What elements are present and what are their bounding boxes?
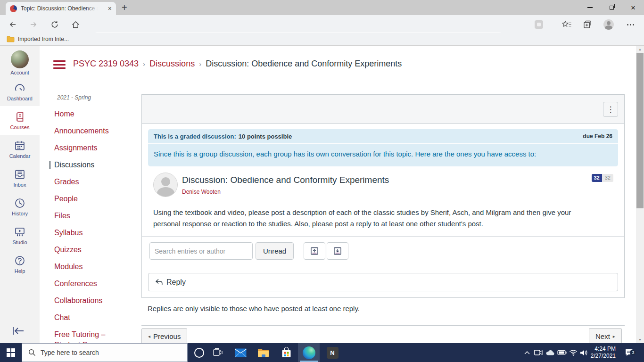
breadcrumb-separator-icon: ›: [199, 60, 201, 68]
previous-button[interactable]: ◂ Previous: [141, 328, 187, 343]
taskbar-clock[interactable]: 4:24 PM 2/27/2021: [586, 343, 616, 362]
sidebar-item-help[interactable]: Help: [0, 250, 40, 279]
course-nav-modules[interactable]: Modules: [54, 263, 139, 271]
file-explorer-button[interactable]: [252, 343, 274, 362]
scrollbar-thumb[interactable]: [636, 53, 644, 208]
course-nav-people[interactable]: People: [54, 195, 139, 203]
course-term: 2021 - Spring: [57, 94, 91, 101]
home-button[interactable]: [69, 18, 82, 31]
sidebar-item-history[interactable]: History: [0, 192, 40, 221]
expand-replies-button[interactable]: [327, 242, 348, 260]
course-nav-home[interactable]: Home: [54, 110, 139, 118]
bookmarks-bar: Imported from Inte...: [0, 33, 644, 46]
close-button[interactable]: ×: [622, 0, 644, 15]
total-count-badge: 32: [602, 174, 613, 182]
sidebar-item-inbox[interactable]: Inbox: [0, 164, 40, 192]
course-nav-free-tutoring[interactable]: Free Tutoring – Student Success: [54, 331, 139, 343]
battery-button[interactable]: [556, 343, 568, 362]
reply-icon: [155, 278, 163, 286]
battery-icon: [557, 350, 567, 355]
back-button[interactable]: [7, 18, 19, 31]
wifi-button[interactable]: [568, 343, 579, 362]
due-date: due Feb 26: [583, 133, 612, 140]
start-button[interactable]: [0, 343, 22, 362]
discussion-options-button[interactable]: ⋮: [603, 102, 618, 117]
refresh-button[interactable]: [49, 18, 61, 31]
minimize-button[interactable]: [579, 0, 601, 15]
breadcrumb-separator-icon: ›: [143, 60, 145, 68]
scroll-up-icon[interactable]: ▲: [636, 46, 644, 53]
collections-icon: [583, 20, 592, 29]
points-possible: 10 points possible: [239, 133, 292, 140]
forward-button[interactable]: [27, 18, 40, 31]
menu-button[interactable]: [624, 18, 636, 31]
collapse-nav-button[interactable]: [10, 325, 26, 337]
notepad-app-button[interactable]: N: [322, 343, 343, 362]
favorites-button[interactable]: [561, 18, 573, 31]
course-nav-quizzes[interactable]: Quizzes: [54, 246, 139, 254]
calendar-icon: [14, 140, 26, 152]
breadcrumb-course-link[interactable]: PSYC 2319 0343: [73, 59, 139, 69]
studio-icon: [14, 226, 26, 238]
restore-button[interactable]: [601, 0, 622, 15]
sidebar-item-dashboard[interactable]: Dashboard: [0, 77, 40, 106]
breadcrumb-discussions-link[interactable]: Discussions: [149, 59, 195, 69]
sidebar-item-calendar[interactable]: Calendar: [0, 135, 40, 164]
new-tab-button[interactable]: +: [122, 2, 127, 13]
scroll-down-icon[interactable]: ▼: [636, 336, 644, 343]
canvas-page: Account Dashboard Courses Calendar Inbox…: [0, 46, 644, 343]
tab-close-icon[interactable]: ×: [108, 5, 112, 12]
course-nav-conferences[interactable]: Conferences: [54, 280, 139, 288]
course-menu-toggle[interactable]: [53, 60, 66, 69]
wifi-icon: [569, 349, 578, 356]
course-nav-grades[interactable]: Grades: [54, 178, 139, 186]
microsoft-store-button[interactable]: [275, 343, 297, 362]
extension-icon[interactable]: [533, 18, 545, 31]
mail-app-button[interactable]: [230, 343, 251, 362]
divider: [142, 267, 624, 267]
reply-field[interactable]: Reply: [148, 273, 618, 291]
search-entries-input[interactable]: [149, 242, 253, 260]
browser-tab[interactable]: Topic: Discussion: Obedience and ×: [6, 2, 116, 15]
forward-icon: [29, 20, 38, 29]
unread-filter-button[interactable]: Unread: [256, 242, 294, 260]
reply-count-badges: 32 32: [592, 174, 614, 182]
sidebar-item-studio[interactable]: Studio: [0, 221, 40, 250]
taskbar-search[interactable]: [22, 343, 188, 362]
course-nav-announcements[interactable]: Announcements: [54, 127, 139, 135]
next-arrow-icon: ▸: [613, 334, 615, 339]
taskbar-search-input[interactable]: [41, 349, 173, 356]
collections-button[interactable]: [581, 18, 594, 31]
onedrive-button[interactable]: [544, 343, 556, 362]
back-icon: [8, 20, 17, 29]
author-avatar: [153, 173, 178, 197]
course-nav-syllabus[interactable]: Syllabus: [54, 229, 139, 237]
profile-button[interactable]: [603, 18, 615, 31]
sidebar-item-account[interactable]: Account: [0, 49, 40, 77]
course-nav-assignments[interactable]: Assignments: [54, 144, 139, 152]
inbox-icon: [14, 168, 26, 181]
sidebar-item-courses[interactable]: Courses: [0, 106, 40, 135]
discussion-author-link[interactable]: Denise Wooten: [182, 189, 221, 195]
account-avatar: [11, 50, 29, 68]
bookmark-folder-label[interactable]: Imported from Inte...: [18, 36, 69, 42]
graded-discussion-alert: This is a graded discussion: 10 points p…: [148, 129, 618, 166]
course-nav-discussions[interactable]: Discussions: [50, 161, 139, 169]
action-center-button[interactable]: 3: [621, 343, 637, 362]
task-view-button[interactable]: [207, 343, 229, 362]
help-icon: [14, 255, 26, 267]
edge-app-button[interactable]: [298, 343, 320, 362]
clock-time: 4:24 PM: [594, 346, 616, 353]
meet-now-button[interactable]: [533, 343, 544, 362]
unread-count-badge: 32: [592, 174, 602, 182]
n-app-icon: N: [327, 347, 339, 359]
page-scrollbar[interactable]: ▲ ▼: [636, 46, 644, 343]
notification-count-badge: 3: [630, 349, 636, 356]
collapse-replies-button[interactable]: [304, 242, 325, 260]
course-nav-files[interactable]: Files: [54, 212, 139, 220]
next-button[interactable]: Next ▸: [589, 328, 622, 343]
course-nav-chat[interactable]: Chat: [54, 314, 139, 321]
search-icon: [28, 349, 36, 356]
tray-overflow-button[interactable]: [521, 343, 533, 362]
course-nav-collaborations[interactable]: Collaborations: [54, 297, 139, 304]
